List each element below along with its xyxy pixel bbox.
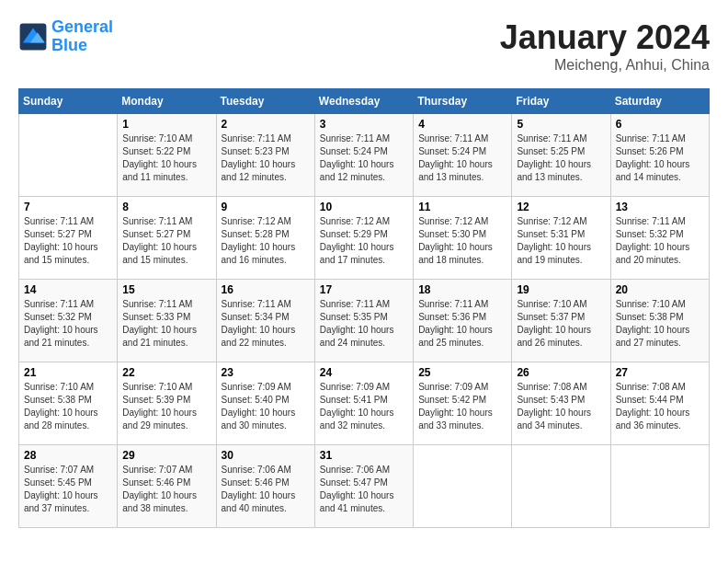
day-info: Sunrise: 7:11 AMSunset: 5:24 PMDaylight:… bbox=[418, 132, 506, 184]
calendar-cell bbox=[414, 445, 512, 528]
day-number: 6 bbox=[616, 118, 704, 131]
calendar-cell: 11Sunrise: 7:12 AMSunset: 5:30 PMDayligh… bbox=[414, 197, 512, 280]
calendar-cell: 16Sunrise: 7:11 AMSunset: 5:34 PMDayligh… bbox=[216, 280, 314, 362]
day-info: Sunrise: 7:11 AMSunset: 5:36 PMDaylight:… bbox=[418, 298, 506, 350]
day-info: Sunrise: 7:11 AMSunset: 5:27 PMDaylight:… bbox=[24, 215, 112, 267]
calendar-cell: 20Sunrise: 7:10 AMSunset: 5:38 PMDayligh… bbox=[610, 280, 709, 362]
day-number: 28 bbox=[24, 449, 112, 462]
day-info: Sunrise: 7:10 AMSunset: 5:37 PMDaylight:… bbox=[517, 298, 605, 350]
day-info: Sunrise: 7:12 AMSunset: 5:30 PMDaylight:… bbox=[418, 215, 506, 267]
day-info: Sunrise: 7:06 AMSunset: 5:46 PMDaylight:… bbox=[222, 464, 310, 515]
day-info: Sunrise: 7:09 AMSunset: 5:40 PMDaylight:… bbox=[222, 381, 310, 432]
day-number: 31 bbox=[320, 449, 408, 462]
day-info: Sunrise: 7:10 AMSunset: 5:38 PMDaylight:… bbox=[24, 381, 112, 432]
calendar-cell: 18Sunrise: 7:11 AMSunset: 5:36 PMDayligh… bbox=[414, 280, 512, 362]
calendar-cell: 7Sunrise: 7:11 AMSunset: 5:27 PMDaylight… bbox=[19, 197, 118, 280]
day-number: 17 bbox=[320, 283, 408, 296]
calendar-cell: 17Sunrise: 7:11 AMSunset: 5:35 PMDayligh… bbox=[314, 280, 413, 362]
day-info: Sunrise: 7:12 AMSunset: 5:29 PMDaylight:… bbox=[320, 215, 408, 267]
calendar-cell: 14Sunrise: 7:11 AMSunset: 5:32 PMDayligh… bbox=[19, 280, 118, 362]
day-info: Sunrise: 7:10 AMSunset: 5:22 PMDaylight:… bbox=[122, 132, 210, 184]
calendar-header-row: SundayMondayTuesdayWednesdayThursdayFrid… bbox=[19, 89, 710, 114]
day-number: 29 bbox=[122, 449, 210, 462]
logo-line1: General bbox=[51, 17, 113, 36]
calendar-cell: 26Sunrise: 7:08 AMSunset: 5:43 PMDayligh… bbox=[512, 362, 610, 445]
day-info: Sunrise: 7:11 AMSunset: 5:32 PMDaylight:… bbox=[616, 215, 704, 267]
day-number: 5 bbox=[517, 118, 605, 131]
calendar-cell: 15Sunrise: 7:11 AMSunset: 5:33 PMDayligh… bbox=[118, 280, 216, 362]
day-number: 13 bbox=[616, 201, 704, 213]
day-number: 2 bbox=[222, 118, 310, 131]
day-info: Sunrise: 7:12 AMSunset: 5:28 PMDaylight:… bbox=[222, 215, 310, 267]
day-info: Sunrise: 7:09 AMSunset: 5:41 PMDaylight:… bbox=[320, 381, 408, 432]
day-info: Sunrise: 7:06 AMSunset: 5:47 PMDaylight:… bbox=[320, 464, 408, 515]
logo-icon bbox=[18, 22, 48, 52]
day-number: 27 bbox=[616, 366, 704, 379]
calendar-cell: 1Sunrise: 7:10 AMSunset: 5:22 PMDaylight… bbox=[118, 114, 216, 197]
calendar-cell: 28Sunrise: 7:07 AMSunset: 5:45 PMDayligh… bbox=[19, 445, 118, 528]
calendar-cell: 5Sunrise: 7:11 AMSunset: 5:25 PMDaylight… bbox=[512, 114, 610, 197]
day-info: Sunrise: 7:11 AMSunset: 5:35 PMDaylight:… bbox=[320, 298, 408, 350]
calendar-cell: 13Sunrise: 7:11 AMSunset: 5:32 PMDayligh… bbox=[610, 197, 709, 280]
header-wednesday: Wednesday bbox=[314, 89, 413, 114]
day-info: Sunrise: 7:08 AMSunset: 5:44 PMDaylight:… bbox=[616, 381, 704, 432]
day-info: Sunrise: 7:11 AMSunset: 5:24 PMDaylight:… bbox=[320, 132, 408, 184]
day-number: 25 bbox=[418, 366, 506, 379]
calendar-cell: 9Sunrise: 7:12 AMSunset: 5:28 PMDaylight… bbox=[216, 197, 314, 280]
logo-text: General Blue bbox=[51, 18, 113, 55]
day-info: Sunrise: 7:11 AMSunset: 5:23 PMDaylight:… bbox=[222, 132, 310, 184]
calendar-week-row: 1Sunrise: 7:10 AMSunset: 5:22 PMDaylight… bbox=[19, 114, 710, 197]
header-sunday: Sunday bbox=[19, 89, 118, 114]
day-number: 10 bbox=[320, 201, 408, 213]
day-info: Sunrise: 7:07 AMSunset: 5:46 PMDaylight:… bbox=[122, 464, 210, 515]
calendar-cell: 29Sunrise: 7:07 AMSunset: 5:46 PMDayligh… bbox=[118, 445, 216, 528]
day-number: 24 bbox=[320, 366, 408, 379]
day-number: 11 bbox=[418, 201, 506, 213]
calendar-cell: 19Sunrise: 7:10 AMSunset: 5:37 PMDayligh… bbox=[512, 280, 610, 362]
calendar-cell: 21Sunrise: 7:10 AMSunset: 5:38 PMDayligh… bbox=[19, 362, 118, 445]
calendar-week-row: 7Sunrise: 7:11 AMSunset: 5:27 PMDaylight… bbox=[19, 197, 710, 280]
calendar-cell: 2Sunrise: 7:11 AMSunset: 5:23 PMDaylight… bbox=[216, 114, 314, 197]
day-info: Sunrise: 7:11 AMSunset: 5:26 PMDaylight:… bbox=[616, 132, 704, 184]
logo: General Blue bbox=[18, 18, 113, 55]
day-info: Sunrise: 7:11 AMSunset: 5:33 PMDaylight:… bbox=[122, 298, 210, 350]
day-number: 19 bbox=[517, 283, 605, 296]
day-number: 3 bbox=[320, 118, 408, 131]
calendar-cell: 10Sunrise: 7:12 AMSunset: 5:29 PMDayligh… bbox=[314, 197, 413, 280]
page-header: General Blue January 2024 Meicheng, Anhu… bbox=[18, 18, 710, 74]
calendar-cell: 25Sunrise: 7:09 AMSunset: 5:42 PMDayligh… bbox=[414, 362, 512, 445]
day-number: 1 bbox=[122, 118, 210, 131]
calendar-cell: 6Sunrise: 7:11 AMSunset: 5:26 PMDaylight… bbox=[610, 114, 709, 197]
day-number: 22 bbox=[122, 366, 210, 379]
day-number: 15 bbox=[122, 283, 210, 296]
day-info: Sunrise: 7:12 AMSunset: 5:31 PMDaylight:… bbox=[517, 215, 605, 267]
day-number: 7 bbox=[24, 201, 112, 213]
day-info: Sunrise: 7:10 AMSunset: 5:38 PMDaylight:… bbox=[616, 298, 704, 350]
day-number: 8 bbox=[122, 201, 210, 213]
header-tuesday: Tuesday bbox=[216, 89, 314, 114]
calendar-cell: 12Sunrise: 7:12 AMSunset: 5:31 PMDayligh… bbox=[512, 197, 610, 280]
calendar-cell: 27Sunrise: 7:08 AMSunset: 5:44 PMDayligh… bbox=[610, 362, 709, 445]
day-number: 9 bbox=[222, 201, 310, 213]
day-info: Sunrise: 7:10 AMSunset: 5:39 PMDaylight:… bbox=[122, 381, 210, 432]
calendar-cell: 22Sunrise: 7:10 AMSunset: 5:39 PMDayligh… bbox=[118, 362, 216, 445]
calendar-cell bbox=[610, 445, 709, 528]
day-info: Sunrise: 7:08 AMSunset: 5:43 PMDaylight:… bbox=[517, 381, 605, 432]
day-info: Sunrise: 7:11 AMSunset: 5:27 PMDaylight:… bbox=[122, 215, 210, 267]
day-number: 23 bbox=[222, 366, 310, 379]
calendar-cell: 4Sunrise: 7:11 AMSunset: 5:24 PMDaylight… bbox=[414, 114, 512, 197]
title-block: January 2024 Meicheng, Anhui, China bbox=[500, 18, 710, 74]
calendar-week-row: 14Sunrise: 7:11 AMSunset: 5:32 PMDayligh… bbox=[19, 280, 710, 362]
calendar-week-row: 28Sunrise: 7:07 AMSunset: 5:45 PMDayligh… bbox=[19, 445, 710, 528]
day-number: 26 bbox=[517, 366, 605, 379]
header-saturday: Saturday bbox=[610, 89, 709, 114]
day-number: 16 bbox=[222, 283, 310, 296]
day-number: 4 bbox=[418, 118, 506, 131]
day-info: Sunrise: 7:11 AMSunset: 5:25 PMDaylight:… bbox=[517, 132, 605, 184]
day-number: 30 bbox=[222, 449, 310, 462]
day-info: Sunrise: 7:11 AMSunset: 5:34 PMDaylight:… bbox=[222, 298, 310, 350]
calendar-cell: 30Sunrise: 7:06 AMSunset: 5:46 PMDayligh… bbox=[216, 445, 314, 528]
day-number: 12 bbox=[517, 201, 605, 213]
logo-line2: Blue bbox=[51, 36, 87, 54]
day-info: Sunrise: 7:09 AMSunset: 5:42 PMDaylight:… bbox=[418, 381, 506, 432]
